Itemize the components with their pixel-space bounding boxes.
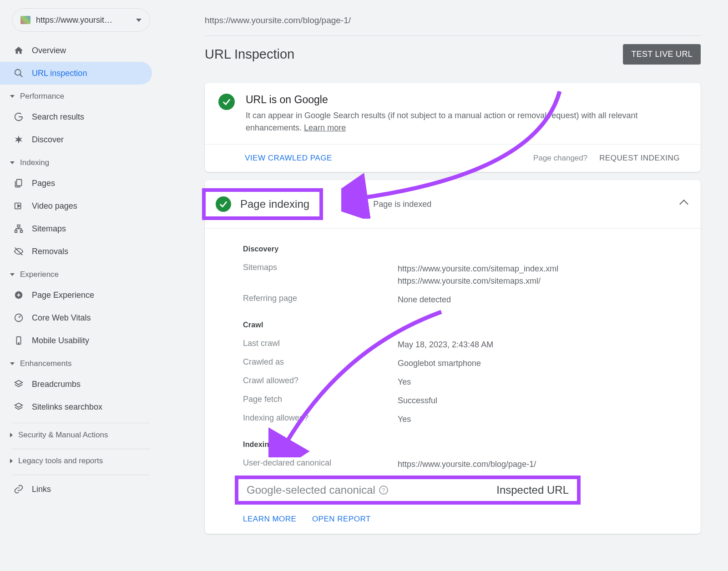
sidebar-item-removals[interactable]: Removals <box>0 240 152 263</box>
last-crawl-value: May 18, 2023, 2:43:48 AM <box>398 339 493 351</box>
user-canonical-label: User-declared canonical <box>243 458 398 468</box>
pages-icon <box>14 178 24 188</box>
inspected-url: https://www.yoursite.com/blog/page-1/ <box>205 15 701 36</box>
svg-line-1 <box>20 75 23 77</box>
page-title: URL Inspection <box>205 47 294 62</box>
sidebar-item-video-pages[interactable]: Video pages <box>0 195 152 217</box>
svg-point-0 <box>15 70 21 75</box>
indexing-allowed-label: Indexing allowed? <box>243 413 398 423</box>
sidebar-item-pages[interactable]: Pages <box>0 172 152 195</box>
discovery-heading: Discovery <box>243 245 687 253</box>
open-report-button[interactable]: OPEN REPORT <box>312 515 371 524</box>
layers-icon <box>14 379 24 389</box>
checkmark-icon <box>218 94 235 110</box>
sidebar-item-sitemaps[interactable]: Sitemaps <box>0 217 152 240</box>
link-icon <box>14 484 24 494</box>
sidebar-item-label: Core Web Vitals <box>32 313 91 323</box>
last-crawl-label: Last crawl <box>243 339 398 348</box>
section-enhancements[interactable]: Enhancements <box>0 355 159 373</box>
sitemaps-value: https://www.yoursite.com/sitemap_index.x… <box>398 263 558 287</box>
hidden-icon <box>14 246 24 256</box>
sidebar-item-label: Breadcrumbs <box>32 380 81 389</box>
sidebar-item-url-inspection[interactable]: URL inspection <box>0 62 152 85</box>
sidebar-item-label: Search results <box>32 112 84 122</box>
section-title: Experience <box>20 270 59 279</box>
sidebar-item-discover[interactable]: Discover <box>0 128 152 151</box>
learn-more-button[interactable]: LEARN MORE <box>243 515 296 524</box>
page-changed-label: Page changed? <box>533 154 587 163</box>
sidebar-item-label: Sitelinks searchbox <box>32 402 102 412</box>
section-security[interactable]: Security & Manual Actions <box>0 426 159 444</box>
svg-rect-6 <box>20 230 23 233</box>
section-performance[interactable]: Performance <box>0 87 159 105</box>
referring-label: Referring page <box>243 294 398 303</box>
sidebar-item-mobile-usability[interactable]: Mobile Usability <box>0 329 152 352</box>
crawl-allowed-label: Crawl allowed? <box>243 376 398 386</box>
sidebar-item-label: Page Experience <box>32 291 94 300</box>
search-icon <box>14 68 24 78</box>
view-crawled-page-button[interactable]: VIEW CRAWLED PAGE <box>218 154 339 163</box>
site-favicon <box>20 16 30 24</box>
crawl-allowed-value: Yes <box>398 376 411 388</box>
help-icon[interactable]: ? <box>379 486 388 495</box>
chevron-down-icon <box>10 273 15 276</box>
section-title: Enhancements <box>20 359 71 368</box>
plus-circle-icon <box>14 290 24 300</box>
chevron-down-icon <box>10 161 15 164</box>
chevron-down-icon <box>10 362 15 365</box>
learn-more-link[interactable]: Learn more <box>304 123 346 132</box>
sidebar-item-label: Removals <box>32 247 68 256</box>
chevron-right-icon <box>10 433 13 437</box>
sitemaps-label: Sitemaps <box>243 263 398 272</box>
sidebar-item-core-web-vitals[interactable]: Core Web Vitals <box>0 306 152 329</box>
section-title: Performance <box>20 92 64 101</box>
indexing-allowed-value: Yes <box>398 413 411 426</box>
section-title: Indexing <box>20 158 49 167</box>
sidebar-item-sitelinks-searchbox[interactable]: Sitelinks searchbox <box>0 396 152 418</box>
google-icon <box>14 112 24 122</box>
sidebar-item-overview[interactable]: Overview <box>0 39 152 62</box>
svg-rect-4 <box>17 225 20 227</box>
user-canonical-value: https://www.yoursite.com/blog/page-1/ <box>398 458 536 471</box>
section-legacy[interactable]: Legacy tools and reports <box>0 452 159 470</box>
section-experience[interactable]: Experience <box>0 265 159 284</box>
property-url: https://www.yoursit… <box>36 15 132 25</box>
sidebar-item-label: Sitemaps <box>32 224 66 234</box>
indexing-heading: Indexing <box>243 441 687 449</box>
section-indexing[interactable]: Indexing <box>0 154 159 172</box>
sitemap-icon <box>14 224 24 234</box>
sidebar: https://www.yoursit… Overview URL inspec… <box>0 0 159 571</box>
home-icon <box>14 45 24 55</box>
google-canonical-value: Inspected URL <box>496 484 569 496</box>
section-title: Legacy tools and reports <box>18 456 103 466</box>
chevron-down-icon <box>10 95 15 98</box>
property-selector[interactable]: https://www.yoursit… <box>12 8 150 32</box>
crawled-as-value: Googlebot smartphone <box>398 357 481 370</box>
summary-desc: It can appear in Google Search results (… <box>246 110 687 134</box>
sidebar-item-label: Mobile Usability <box>32 336 89 346</box>
sidebar-item-label: Overview <box>32 46 66 55</box>
request-indexing-button[interactable]: REQUEST INDEXING <box>592 154 687 163</box>
sidebar-item-breadcrumbs[interactable]: Breadcrumbs <box>0 373 152 396</box>
sidebar-item-label: Pages <box>32 179 55 188</box>
indexing-card: Page indexing Page is indexed Discovery … <box>205 180 701 534</box>
test-live-url-button[interactable]: TEST LIVE URL <box>623 44 701 65</box>
sidebar-item-page-experience[interactable]: Page Experience <box>0 284 152 306</box>
sidebar-item-label: URL inspection <box>32 69 87 78</box>
sidebar-item-search-results[interactable]: Search results <box>0 105 152 128</box>
sidebar-item-links[interactable]: Links <box>0 478 152 501</box>
layers-icon <box>14 402 24 412</box>
summary-heading: URL is on Google <box>246 94 687 106</box>
crawl-heading: Crawl <box>243 321 687 329</box>
page-fetch-label: Page fetch <box>243 395 398 404</box>
chevron-up-icon <box>679 200 688 209</box>
svg-rect-5 <box>15 230 17 233</box>
asterisk-icon <box>14 135 24 145</box>
svg-rect-2 <box>16 180 21 186</box>
indexing-toggle[interactable]: Page indexing Page is indexed <box>205 180 701 229</box>
chevron-right-icon <box>10 459 13 463</box>
google-canonical-label: Google-selected canonical ? <box>247 484 496 496</box>
page-indexing-badge: Page indexing <box>202 188 323 220</box>
indexing-badge-label: Page indexing <box>240 198 309 210</box>
summary-card: URL is on Google It can appear in Google… <box>205 83 701 172</box>
